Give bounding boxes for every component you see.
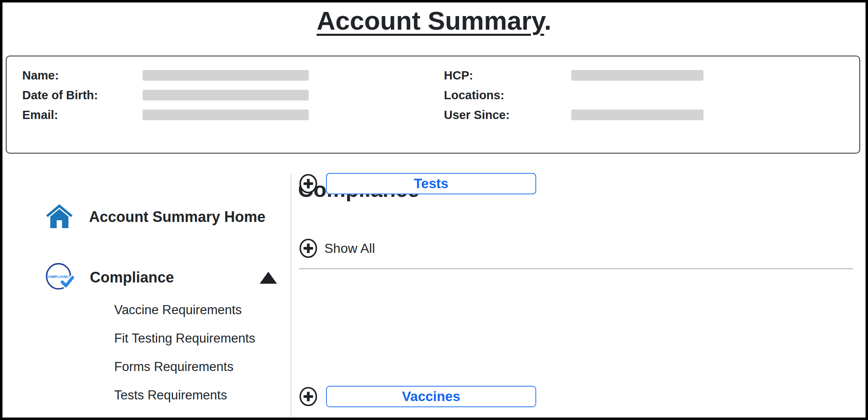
name-label: Name: <box>22 69 59 82</box>
sidebar-subitem-vaccine-requirements[interactable]: Vaccine Requirements <box>114 296 255 324</box>
expand-tests-plus-icon[interactable] <box>299 173 318 194</box>
email-label: Email: <box>22 108 58 122</box>
sidebar-subitem-tests-requirements[interactable]: Tests Requirements <box>114 381 255 409</box>
account-summary-page: Account Summary. Name: HCP: Date of Birt… <box>0 0 868 420</box>
compliance-sublist: Vaccine Requirements Fit Testing Require… <box>114 296 255 409</box>
sidebar-item-compliance[interactable]: COMPLIANCE Compliance <box>45 263 277 292</box>
category-row-vaccines: Vaccines <box>299 386 536 407</box>
tests-button[interactable]: Tests <box>326 173 536 194</box>
expand-vaccines-plus-icon[interactable] <box>299 386 318 407</box>
page-title-text: Account Summary <box>317 6 544 35</box>
date-of-birth-value-placeholder-bar <box>143 90 309 100</box>
user-since-value-placeholder-bar <box>571 110 704 120</box>
compliance-badge-text: COMPLIANCE <box>46 275 72 279</box>
email-value-placeholder-bar <box>143 110 309 120</box>
show-all-label: Show All <box>324 241 375 256</box>
profile-row: Email: User Since: <box>7 105 859 125</box>
sidebar-item-label: Compliance <box>90 269 174 286</box>
compliance-main-pane: Compliance Show All Vaccines <box>298 173 866 418</box>
user-since-label: User Since: <box>444 108 510 122</box>
profile-row: Date of Birth: Locations: <box>7 85 859 105</box>
section-divider <box>299 268 853 269</box>
vaccines-button[interactable]: Vaccines <box>326 386 536 407</box>
collapse-caret-icon[interactable] <box>260 272 277 284</box>
sidebar-subitem-forms-requirements[interactable]: Forms Requirements <box>114 352 255 381</box>
sidebar-item-label: Account Summary Home <box>89 208 265 226</box>
sidebar-divider <box>291 174 291 418</box>
home-icon <box>46 204 73 230</box>
sidebar-subitem-fit-testing-requirements[interactable]: Fit Testing Requirements <box>114 324 255 352</box>
sidebar-item-account-summary-home[interactable]: Account Summary Home <box>46 203 260 231</box>
show-all-button[interactable]: Show All <box>299 238 375 259</box>
locations-label: Locations: <box>444 89 504 102</box>
content-panes: Account Summary Home COMPLIANCE Complian… <box>2 173 866 418</box>
profile-row: Name: HCP: <box>7 65 859 85</box>
page-title-period: . <box>544 6 551 35</box>
hcp-label: HCP: <box>444 69 473 82</box>
category-row-tests: Tests <box>299 173 536 194</box>
page-title: Account Summary. <box>2 6 866 35</box>
compliance-badge-icon: COMPLIANCE <box>45 263 74 292</box>
date-of-birth-label: Date of Birth: <box>22 89 98 102</box>
name-value-placeholder-bar <box>143 70 309 81</box>
hcp-value-placeholder-bar <box>571 70 704 81</box>
plus-circle-icon <box>299 238 318 259</box>
profile-info-box: Name: HCP: Date of Birth: Locations: Ema… <box>6 56 860 154</box>
